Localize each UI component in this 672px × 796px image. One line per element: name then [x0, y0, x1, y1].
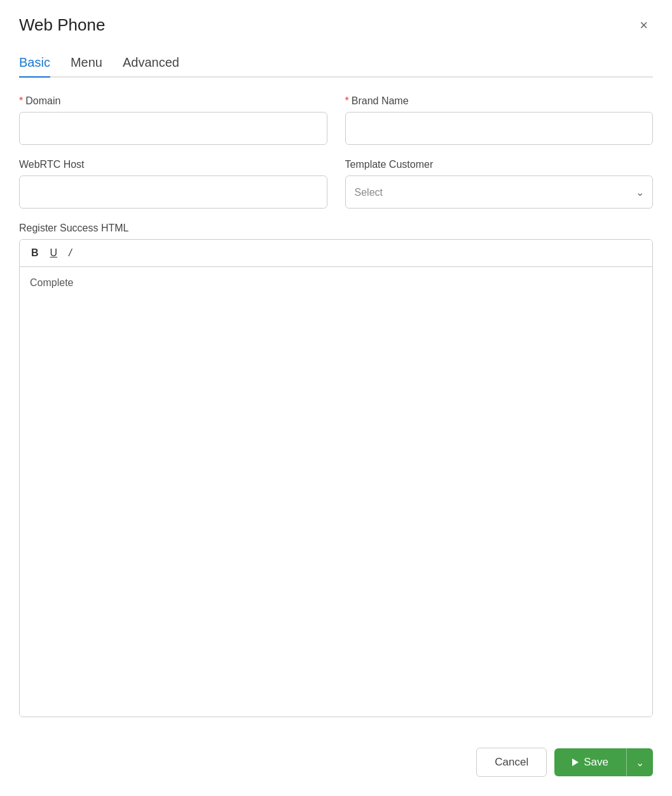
dialog-footer: Cancel Save ⌄	[19, 735, 653, 777]
webrtc-host-input[interactable]	[19, 175, 327, 209]
rich-text-body[interactable]: Complete	[20, 267, 652, 717]
web-phone-dialog: Web Phone × Basic Menu Advanced * Domain	[0, 0, 672, 796]
domain-required-star: *	[19, 95, 23, 107]
template-customer-select[interactable]: Select	[345, 175, 654, 209]
group-template-customer: Template Customer Select ⌄	[345, 159, 654, 209]
tab-menu[interactable]: Menu	[71, 55, 102, 76]
group-webrtc-host: WebRTC Host	[19, 159, 327, 209]
template-customer-label: Template Customer	[345, 159, 654, 170]
underline-button[interactable]: U	[48, 246, 60, 260]
close-button[interactable]: ×	[634, 16, 653, 35]
register-success-html-section: Register Success HTML B U / Complete	[19, 223, 653, 717]
italic-button[interactable]: /	[66, 246, 74, 260]
save-button[interactable]: Save	[554, 748, 626, 776]
bold-button[interactable]: B	[29, 246, 41, 260]
group-brand-name: * Brand Name	[345, 95, 654, 145]
brand-name-label: * Brand Name	[345, 95, 654, 107]
domain-label: * Domain	[19, 95, 327, 107]
tab-basic[interactable]: Basic	[19, 55, 50, 76]
row-webrtc-template: WebRTC Host Template Customer Select ⌄	[19, 159, 653, 209]
register-success-html-label: Register Success HTML	[19, 223, 653, 234]
row-domain-brand: * Domain * Brand Name	[19, 95, 653, 145]
dialog-title: Web Phone	[19, 15, 105, 35]
template-customer-select-wrapper: Select ⌄	[345, 175, 654, 209]
form-content: * Domain * Brand Name WebRTC Host Templa…	[19, 95, 653, 735]
save-button-group: Save ⌄	[554, 748, 653, 776]
domain-input[interactable]	[19, 112, 327, 145]
chevron-down-icon: ⌄	[636, 757, 644, 769]
cancel-button[interactable]: Cancel	[476, 748, 547, 777]
tab-bar: Basic Menu Advanced	[19, 45, 653, 78]
tab-advanced[interactable]: Advanced	[123, 55, 179, 76]
rich-text-toolbar: B U /	[20, 240, 652, 267]
brand-name-required-star: *	[345, 95, 349, 107]
brand-name-input[interactable]	[345, 112, 654, 145]
group-domain: * Domain	[19, 95, 327, 145]
save-dropdown-button[interactable]: ⌄	[626, 748, 653, 776]
play-icon	[572, 758, 579, 766]
rich-text-editor: B U / Complete	[19, 239, 653, 717]
dialog-header: Web Phone ×	[19, 0, 653, 45]
webrtc-host-label: WebRTC Host	[19, 159, 327, 170]
